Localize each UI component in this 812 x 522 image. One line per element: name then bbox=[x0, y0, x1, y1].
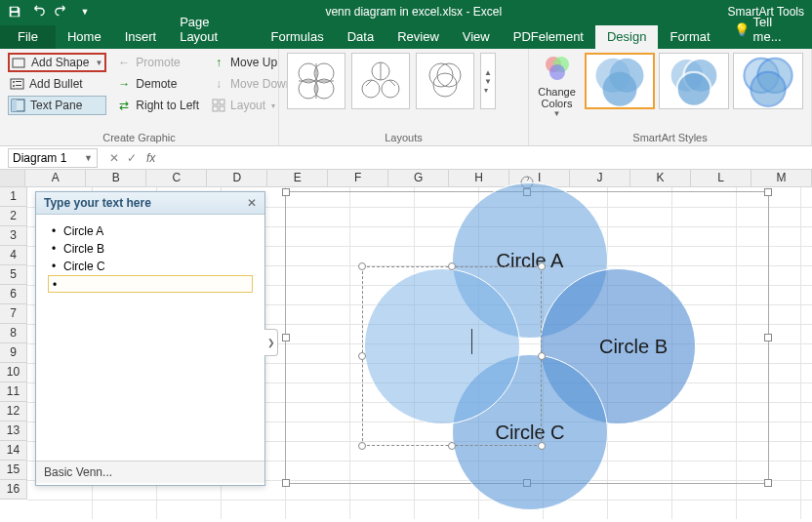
text-pane-button[interactable]: Text Pane bbox=[8, 96, 106, 115]
row-10[interactable]: 10 bbox=[0, 363, 27, 382]
tab-data[interactable]: Data bbox=[336, 25, 386, 49]
textpane-title: Type your text here bbox=[44, 196, 151, 210]
cancel-icon[interactable]: ✕ bbox=[109, 151, 119, 165]
col-B[interactable]: B bbox=[86, 170, 146, 186]
resize-handle[interactable] bbox=[282, 479, 290, 487]
demote-button[interactable]: → Demote bbox=[114, 74, 201, 94]
col-A[interactable]: A bbox=[25, 170, 86, 186]
smartart-container[interactable]: Circle A Circle B Circle C bbox=[285, 191, 769, 484]
row-7[interactable]: 7 bbox=[0, 304, 27, 324]
rtl-icon: ⇄ bbox=[116, 98, 132, 113]
svg-rect-5 bbox=[16, 85, 21, 86]
row-4[interactable]: 4 bbox=[0, 246, 27, 265]
change-colors-button[interactable]: Change Colors ▼ bbox=[537, 53, 577, 118]
list-item[interactable]: Circle B bbox=[48, 240, 253, 258]
close-icon[interactable]: ✕ bbox=[247, 196, 257, 210]
row-15[interactable]: 15 bbox=[0, 461, 27, 480]
svg-rect-7 bbox=[12, 100, 17, 111]
redo-icon[interactable] bbox=[51, 1, 72, 22]
formula-bar-input[interactable] bbox=[161, 148, 812, 168]
layout-option-2[interactable] bbox=[351, 53, 410, 109]
row-1[interactable]: 1 bbox=[0, 187, 27, 207]
col-M[interactable]: M bbox=[751, 170, 812, 186]
resize-handle[interactable] bbox=[282, 334, 290, 341]
row-3[interactable]: 3 bbox=[0, 226, 27, 246]
textpane-collapse-tab[interactable]: ❯ bbox=[264, 329, 278, 356]
row-8[interactable]: 8 bbox=[0, 324, 27, 343]
name-box[interactable]: Diagram 1 ▼ bbox=[8, 148, 98, 168]
tab-tell-me[interactable]: 💡 Tell me... bbox=[722, 11, 812, 49]
style-option-1[interactable] bbox=[585, 53, 655, 109]
layout-option-3[interactable] bbox=[416, 53, 474, 109]
resize-handle[interactable] bbox=[764, 188, 772, 196]
resize-handle[interactable] bbox=[448, 442, 456, 450]
tab-view[interactable]: View bbox=[451, 25, 502, 49]
promote-button: ← Promote bbox=[114, 53, 201, 72]
resize-handle[interactable] bbox=[764, 479, 772, 487]
add-shape-button[interactable]: Add Shape ▼ bbox=[8, 53, 106, 72]
style-option-2[interactable] bbox=[659, 53, 729, 109]
layout-option-1[interactable] bbox=[287, 53, 345, 109]
svg-point-2 bbox=[13, 81, 15, 83]
select-all-corner[interactable] bbox=[0, 170, 25, 186]
col-E[interactable]: E bbox=[267, 170, 328, 186]
row-13[interactable]: 13 bbox=[0, 422, 27, 441]
change-colors-icon bbox=[542, 53, 573, 84]
row-9[interactable]: 9 bbox=[0, 343, 27, 363]
tab-review[interactable]: Review bbox=[386, 25, 451, 49]
tab-pdfelement[interactable]: PDFelement bbox=[502, 25, 595, 49]
svg-point-35 bbox=[751, 72, 786, 106]
ribbon: Add Shape ▼ Add Bullet Text Pane ← Promo… bbox=[0, 49, 812, 146]
row-2[interactable]: 2 bbox=[0, 207, 27, 226]
row-11[interactable]: 11 bbox=[0, 382, 27, 402]
list-item[interactable]: Circle C bbox=[48, 258, 253, 275]
resize-handle[interactable] bbox=[448, 262, 456, 270]
list-item-new[interactable] bbox=[48, 275, 253, 293]
tab-home[interactable]: Home bbox=[56, 25, 113, 49]
text-pane[interactable]: Type your text here ✕ Circle A Circle B … bbox=[35, 191, 265, 486]
tab-design[interactable]: Design bbox=[595, 25, 658, 49]
row-12[interactable]: 12 bbox=[0, 402, 27, 422]
add-bullet-button[interactable]: Add Bullet bbox=[8, 74, 106, 94]
svg-rect-11 bbox=[220, 106, 224, 111]
tab-page-layout[interactable]: Page Layout bbox=[168, 11, 259, 49]
right-to-left-button[interactable]: ⇄ Right to Left bbox=[114, 96, 201, 115]
undo-icon[interactable] bbox=[27, 1, 49, 22]
tab-file[interactable]: File bbox=[0, 25, 56, 49]
tell-me-label: Tell me... bbox=[753, 15, 800, 44]
qat-customize-icon[interactable]: ▼ bbox=[74, 1, 96, 22]
resize-handle[interactable] bbox=[282, 188, 290, 196]
group-smartart-styles: SmartArt Styles bbox=[537, 130, 803, 143]
row-14[interactable]: 14 bbox=[0, 441, 27, 461]
resize-handle[interactable] bbox=[358, 262, 366, 270]
textpane-body[interactable]: Circle A Circle B Circle C bbox=[36, 215, 264, 461]
worksheet: A B C D E F G H I J K L M 1 2 3 4 5 6 7 … bbox=[0, 170, 812, 522]
enter-icon[interactable]: ✓ bbox=[127, 151, 137, 165]
style-option-3[interactable] bbox=[733, 53, 803, 109]
resize-handle[interactable] bbox=[764, 334, 772, 341]
tab-formulas[interactable]: Formulas bbox=[259, 25, 335, 49]
row-5[interactable]: 5 bbox=[0, 265, 27, 285]
demote-icon: → bbox=[116, 76, 132, 92]
layouts-more-button[interactable]: ▲▼▾ bbox=[480, 53, 496, 109]
tab-format[interactable]: Format bbox=[658, 25, 721, 49]
move-up-icon: ↑ bbox=[211, 55, 226, 70]
tab-insert[interactable]: Insert bbox=[113, 25, 169, 49]
resize-handle[interactable] bbox=[358, 352, 366, 360]
selected-shape-frame bbox=[362, 266, 542, 446]
col-D[interactable]: D bbox=[207, 170, 267, 186]
row-16[interactable]: 16 bbox=[0, 480, 27, 500]
svg-rect-0 bbox=[13, 59, 24, 67]
namebox-dropdown-icon[interactable]: ▼ bbox=[84, 153, 93, 163]
resize-handle[interactable] bbox=[538, 262, 546, 270]
resize-handle[interactable] bbox=[538, 442, 546, 450]
svg-point-20 bbox=[382, 80, 399, 98]
save-icon[interactable] bbox=[4, 1, 25, 22]
svg-point-14 bbox=[299, 79, 318, 99]
col-C[interactable]: C bbox=[146, 170, 207, 186]
svg-rect-10 bbox=[213, 106, 218, 111]
row-6[interactable]: 6 bbox=[0, 285, 27, 304]
resize-handle[interactable] bbox=[538, 352, 546, 360]
resize-handle[interactable] bbox=[358, 442, 366, 450]
list-item[interactable]: Circle A bbox=[48, 222, 253, 240]
